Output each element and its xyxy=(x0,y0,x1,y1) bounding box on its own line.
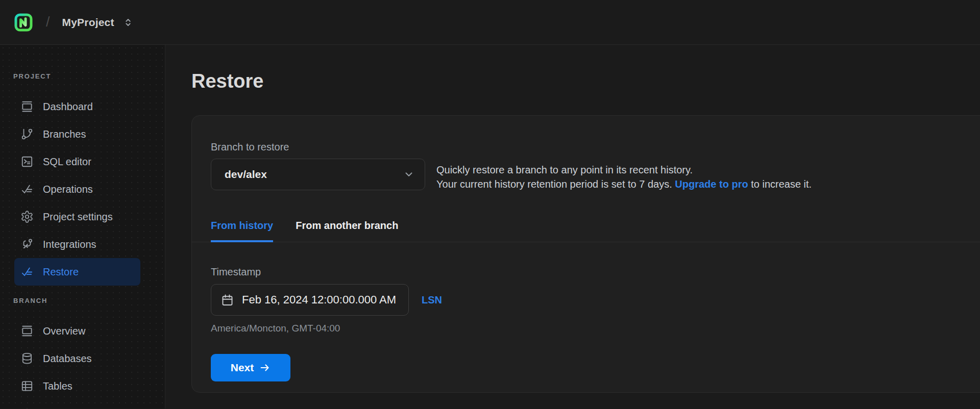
sidebar-item-label: Branches xyxy=(43,129,86,140)
page-title: Restore xyxy=(191,69,980,93)
next-button[interactable]: Next xyxy=(211,354,290,381)
git-branch-icon xyxy=(20,127,34,141)
sidebar-item-label: Operations xyxy=(43,184,93,195)
chevron-down-icon xyxy=(403,169,414,180)
arrow-right-icon xyxy=(259,362,271,373)
timestamp-label: Timestamp xyxy=(211,266,980,278)
timestamp-input[interactable]: Feb 16, 2024 12:00:00.000 AM xyxy=(211,284,409,316)
sidebar-item-label: Project settings xyxy=(43,211,113,223)
app-window-icon xyxy=(20,324,34,338)
sidebar-item-integrations[interactable]: Integrations xyxy=(14,231,140,258)
sidebar-item-partial[interactable] xyxy=(14,400,140,408)
sidebar-item-restore[interactable]: Restore xyxy=(14,258,140,286)
tab-from-history[interactable]: From history xyxy=(211,218,273,242)
neon-logo[interactable] xyxy=(14,13,33,32)
description-line2-suffix: to increase it. xyxy=(748,178,812,190)
restore-card: Branch to restore dev/alex Quickly resto… xyxy=(191,115,980,393)
sidebar-item-label: Tables xyxy=(43,380,72,392)
user-icon xyxy=(20,407,34,408)
check-list-icon xyxy=(20,183,34,196)
terminal-square-icon xyxy=(20,155,34,168)
branch-select-label: Branch to restore xyxy=(211,141,980,153)
main-content: Restore Branch to restore dev/alex Quick… xyxy=(165,45,980,408)
branch-select-value: dev/alex xyxy=(225,168,403,181)
description-line1: Quickly restore a branch to any point in… xyxy=(436,164,693,175)
gear-icon xyxy=(20,210,34,223)
git-compare-arrows-icon xyxy=(20,238,34,251)
sidebar-item-label: Restore xyxy=(43,266,79,278)
sidebar-item-label: Databases xyxy=(43,353,92,365)
breadcrumb-project-name: MyProject xyxy=(62,16,114,29)
app-window-icon xyxy=(20,100,34,113)
sidebar-item-project-settings[interactable]: Project settings xyxy=(14,203,140,231)
sidebar-item-sql-editor[interactable]: SQL editor xyxy=(14,148,140,175)
calendar-icon xyxy=(220,293,234,307)
lsn-link[interactable]: LSN xyxy=(422,294,442,306)
sidebar-item-databases[interactable]: Databases xyxy=(14,345,140,372)
next-button-label: Next xyxy=(231,362,254,374)
timestamp-value: Feb 16, 2024 12:00:00.000 AM xyxy=(242,293,396,306)
topbar: / MyProject xyxy=(0,0,980,45)
sidebar-item-overview[interactable]: Overview xyxy=(14,317,140,345)
chevrons-up-down-icon[interactable] xyxy=(122,17,134,28)
table-icon xyxy=(20,379,34,393)
sidebar-section-branch: BRANCH xyxy=(13,296,165,306)
branch-select[interactable]: dev/alex xyxy=(211,159,425,190)
check-list-icon xyxy=(20,265,34,278)
restore-tabs: From history From another branch xyxy=(192,218,980,242)
sidebar-item-tables[interactable]: Tables xyxy=(14,372,140,400)
database-icon xyxy=(20,352,34,365)
sidebar-section-project: PROJECT xyxy=(13,71,165,82)
sidebar-item-label: SQL editor xyxy=(43,156,91,168)
description-line2-prefix: Your current history retention period is… xyxy=(436,178,675,190)
sidebar-item-label: Dashboard xyxy=(43,101,93,113)
sidebar: PROJECT Dashboard Branches xyxy=(0,45,165,408)
sidebar-item-operations[interactable]: Operations xyxy=(14,175,140,203)
upgrade-to-pro-link[interactable]: Upgrade to pro xyxy=(675,178,748,190)
sidebar-item-dashboard[interactable]: Dashboard xyxy=(14,93,140,120)
tab-from-another-branch[interactable]: From another branch xyxy=(296,218,398,242)
breadcrumb-divider: / xyxy=(46,14,50,30)
sidebar-item-branches[interactable]: Branches xyxy=(14,120,140,148)
timezone-text: America/Moncton, GMT-04:00 xyxy=(211,322,980,335)
restore-description: Quickly restore a branch to any point in… xyxy=(436,163,812,191)
sidebar-item-label: Integrations xyxy=(43,239,96,250)
sidebar-item-label: Overview xyxy=(43,325,85,337)
